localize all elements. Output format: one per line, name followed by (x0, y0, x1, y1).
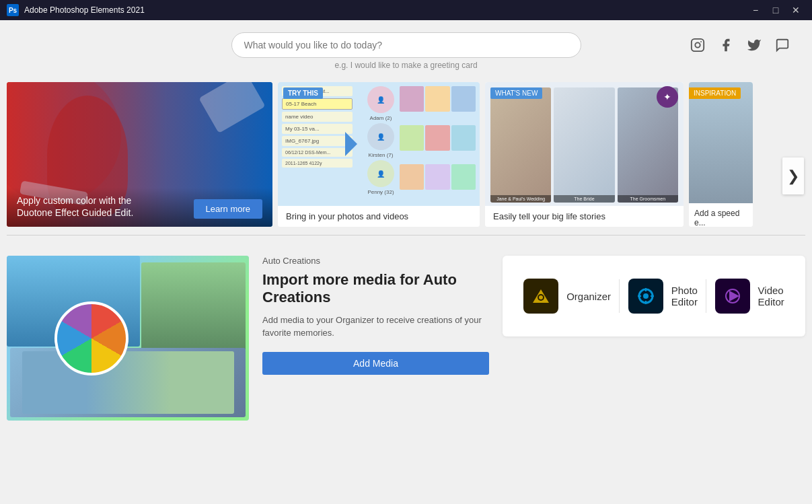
featured-overlay: Apply custom color with the Duotone Effe… (7, 188, 272, 227)
minimize-button[interactable]: − (746, 1, 765, 20)
bring-photos-image: TRY THIS 2011-07-31 Krist... 05-17 Beach… (278, 82, 480, 206)
photo-editor-button[interactable]: Photo Editor (628, 279, 698, 314)
search-hint: e.g. I would like to make a greeting car… (334, 61, 477, 70)
instagram-icon[interactable] (688, 36, 707, 55)
inspiration-image (689, 82, 753, 203)
video-editor-label-1: Video (758, 285, 784, 296)
photo-editor-label-2: Editor (671, 296, 698, 308)
featured-text: Apply custom color with the Duotone Effe… (17, 194, 165, 219)
search-wrap (231, 32, 581, 58)
close-button[interactable]: ✕ (786, 1, 805, 20)
twitter-icon[interactable] (745, 36, 764, 55)
divider-2 (706, 279, 706, 313)
maximize-button[interactable]: □ (766, 1, 785, 20)
organizer-label: Organizer (566, 291, 611, 302)
video-editor-label-wrap: Video Editor (758, 285, 784, 308)
learn-more-button[interactable]: Learn more (194, 199, 262, 219)
inspiration-badge: INSPIRATION (689, 87, 741, 99)
divider (7, 235, 805, 236)
video-editor-label-2: Editor (758, 296, 784, 308)
collage-card (7, 256, 249, 421)
life-stories-caption: Easily tell your big life stories (485, 206, 684, 227)
svg-point-1 (695, 42, 700, 47)
whats-new-badge: WHAT'S NEW (490, 87, 542, 99)
video-editor-button[interactable]: Video Editor (715, 279, 784, 314)
carousel-right-arrow[interactable]: ❯ (782, 157, 804, 194)
auto-creations-area: Auto Creations Import more media for Aut… (262, 256, 489, 421)
life-stories-card[interactable]: WHAT'S NEW ✦ Jane & Paul's Wedding The B… (485, 82, 684, 227)
titlebar: Ps Adobe Photoshop Elements 2021 − □ ✕ (0, 0, 812, 20)
inspiration-card[interactable]: INSPIRATION Add a speed e... (689, 82, 753, 227)
right-arrow-icon: ❯ (787, 168, 799, 185)
auto-creations-desc: Add media to your Organizer to receive c… (262, 314, 489, 340)
search-row (0, 32, 812, 58)
photo-editor-label-1: Photo (671, 285, 698, 296)
social-icons (688, 36, 792, 55)
app-logo: Ps (7, 4, 19, 16)
life-stories-image: WHAT'S NEW ✦ Jane & Paul's Wedding The B… (485, 82, 684, 206)
wedding-label-2: The Bride (554, 195, 614, 203)
auto-creations-label: Auto Creations (262, 256, 489, 266)
carousel-section: Apply custom color with the Duotone Effe… (0, 77, 812, 228)
add-media-button[interactable]: Add Media (262, 352, 489, 375)
main-content: e.g. I would like to make a greeting car… (0, 20, 812, 427)
app-buttons-card: Organizer Photo Editor (503, 256, 805, 336)
window-controls: − □ ✕ (746, 1, 805, 20)
wedding-label-1: Jane & Paul's Wedding (490, 195, 551, 203)
bring-photos-card[interactable]: TRY THIS 2011-07-31 Krist... 05-17 Beach… (278, 82, 480, 227)
video-editor-icon (715, 279, 750, 314)
organizer-button[interactable]: Organizer (523, 279, 611, 314)
svg-point-2 (700, 41, 702, 42)
bottom-section: Auto Creations Import more media for Aut… (0, 242, 812, 427)
feedback-icon[interactable] (773, 36, 792, 55)
collage-image (7, 256, 249, 421)
divider-1 (619, 279, 620, 313)
auto-creations-title: Import more media for Auto Creations (262, 271, 489, 307)
facebook-icon[interactable] (716, 36, 735, 55)
wedding-label-3: The Groomsmen (618, 195, 678, 203)
photo-editor-icon (628, 279, 663, 314)
featured-card: Apply custom color with the Duotone Effe… (7, 82, 272, 227)
try-this-badge: TRY THIS (283, 87, 323, 99)
organizer-icon (523, 279, 558, 314)
svg-rect-0 (692, 39, 704, 51)
inspiration-caption: Add a speed e... (689, 203, 753, 227)
svg-point-7 (643, 293, 649, 299)
search-area: e.g. I would like to make a greeting car… (0, 20, 812, 77)
photo-editor-label-wrap: Photo Editor (671, 285, 698, 308)
search-input[interactable] (231, 32, 581, 58)
svg-point-5 (539, 295, 543, 299)
app-title: Adobe Photoshop Elements 2021 (24, 5, 746, 15)
bring-photos-caption: Bring in your photos and videos (278, 206, 480, 227)
